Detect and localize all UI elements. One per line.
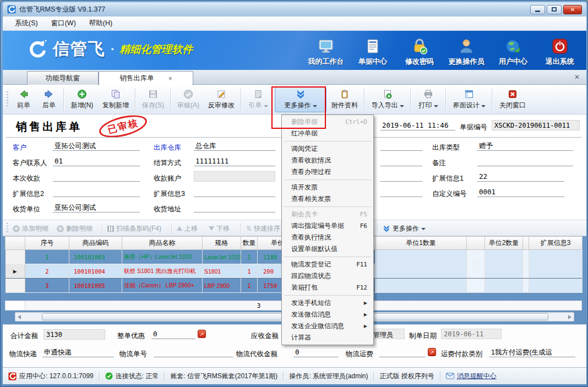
hidden-field-stub[interactable] [380,172,422,182]
menu-item-logistics-ship-register[interactable]: 物流发货登记F11 [282,259,373,270]
menu-item-swipe-member-card[interactable]: 刷会员卡F5 [282,209,373,220]
contact-field[interactable]: 01 [53,156,140,166]
menu-item-send-work-wechat[interactable]: 发送企业微信消息▶ [282,320,373,332]
remark-field[interactable] [477,156,573,166]
scroll-left-button[interactable] [16,314,23,320]
next-order-button[interactable]: 后单 [37,87,61,112]
print-button[interactable]: 打印 [413,87,443,112]
nav-change-password[interactable]: 修改密码 [400,35,439,67]
minimize-button[interactable] [530,5,545,14]
col-unit1-qty[interactable]: 单位1数量 [375,237,467,250]
close-icon: ✕ [570,7,575,13]
ext3-field[interactable] [194,187,275,197]
message-center-link[interactable]: 消息提醒中心 [446,372,497,381]
grid-more-actions-button[interactable]: 更多操作 [383,222,426,235]
prev-order-button[interactable]: 前单 [12,87,36,112]
address-field[interactable] [194,203,275,212]
nav-document-center[interactable]: 单据中心 [353,35,393,67]
settlement-field[interactable]: 11111111 [194,156,275,166]
ext1-label: 扩展信息1 [432,174,464,183]
receiver-field[interactable]: 亚拓公司测试 [53,203,140,212]
menu-system[interactable]: 系统(S) [8,17,45,30]
close-window-button[interactable]: 关闭窗口 [495,87,530,112]
app-center-icon [8,372,17,380]
menu-item-send-sms[interactable]: 发送手机短信▶ [282,297,373,309]
nav-my-workbench[interactable]: 我的工作台 [306,35,346,67]
menu-window[interactable]: 窗口(W) [45,17,83,30]
tab-sales-outbound[interactable]: 销售出库单 × [99,71,193,85]
tab-close-icon[interactable]: × [168,75,172,83]
more-actions-button[interactable]: 更多操作 [275,87,326,112]
menu-item-view-related-invoices[interactable]: 查看相关发票 [282,193,373,205]
hidden-field-stub[interactable] [380,187,422,197]
col-unit2-qty[interactable]: 单位2数量 [485,237,523,250]
menu-item-view-receipt-status[interactable]: 查看收款情况 [282,155,373,166]
audit-button[interactable]: 审核(A) [173,87,203,112]
col-gap [523,237,529,250]
menu-item-view-process[interactable]: 查看办理过程 [282,166,373,178]
menu-item-issue-invoice[interactable]: 填开发票 [282,182,373,193]
freight-action-icon[interactable]: ↗ [428,348,436,356]
tracking-field[interactable] [154,347,233,357]
nav-switch-operator[interactable]: 更换操作员 [447,35,486,67]
barcode-scan-button[interactable]: 扫描条形码(F4) [107,222,161,235]
scroll-right-button[interactable] [567,314,573,320]
col-spec[interactable]: 规格 [203,237,241,250]
close-button[interactable]: ✕ [563,5,582,14]
col-seq[interactable]: 序号 [25,237,69,250]
hidden-field-stub[interactable] [380,156,422,166]
move-up-button[interactable]: 上移 [177,222,198,235]
freight-field[interactable] [379,347,426,357]
menu-item-track-logistics[interactable]: 跟踪物流状态 [282,270,373,282]
maximize-button[interactable] [547,5,562,14]
tabbar-close-icon[interactable]: ✕ [574,73,580,81]
freight-type-field[interactable]: 1我方付运费(生成运 [489,347,575,357]
remove-detail-button[interactable]: ×删除明细 [57,222,92,235]
add-new-button[interactable]: 新增(N) [67,87,97,112]
tab-function-nav[interactable]: 功能导航窗 [27,71,99,85]
add-new-icon [77,89,87,99]
ui-design-button[interactable]: 界面设计 [449,87,489,112]
nav-exit-system[interactable]: 退出系统 [540,35,580,67]
total-amount-field: 3130 [43,329,105,340]
menu-help[interactable]: 帮助(H) [83,17,119,30]
menu-item-send-wechat[interactable]: 发送微信消息▶ [282,309,373,320]
title-bar[interactable]: 信管飞RMS专业版 V9.1.377 ✕ [3,2,586,17]
col-code[interactable]: 商品编码 [69,237,122,250]
menu-item-delete-order[interactable]: 删除单据Ctrl+D [282,116,373,128]
col-qty[interactable]: 数量 [241,237,258,250]
copy-new-button[interactable]: 复制新增 [99,87,133,112]
move-down-button[interactable]: 下移 [209,222,230,235]
cod-field[interactable]: 0 [293,347,339,357]
import-export-button[interactable]: 导入导出 [367,87,408,112]
menu-item-view-voucher[interactable]: 调阅凭证 [282,143,373,155]
discount-field[interactable]: 0 [151,329,195,339]
save-button[interactable]: 保存(S) [138,87,168,112]
warehouse-field[interactable]: 总仓库 [194,141,275,151]
attachment-button[interactable]: 附件资料 [328,87,362,112]
menu-item-set-order-defaults[interactable]: 设置单据默认值 [282,243,373,255]
express-field[interactable]: 申通快递 [42,347,114,357]
quick-sort-button[interactable]: ⇅快速排序 [246,222,287,235]
pull-order-button[interactable]: 引单 [244,87,273,112]
customer-field[interactable]: 亚拓公司测试 [53,141,140,151]
outbound-type-field[interactable]: 赠予 [477,141,573,151]
unaudit-edit-button[interactable]: 反审修改 [204,87,238,112]
date-field[interactable]: 2019-06-11 11:46 [380,121,455,130]
current-receipt-field[interactable] [53,172,140,182]
menu-item-load-order-by-number[interactable]: 调出指定编号单据F6 [282,220,373,232]
discount-action-icon[interactable]: ↗ [198,330,206,338]
col-ext3[interactable]: 扩展信息3 [529,237,582,250]
nav-user-center[interactable]: 用户中心 [493,35,533,67]
add-detail-button[interactable]: +添加明细 [13,222,48,235]
custom-no-field[interactable]: 0001 [477,187,564,197]
menu-item-view-execution[interactable]: 查看执行情况 [282,232,373,243]
menu-item-red-reverse-order[interactable]: 红冲单据 [282,128,373,139]
menu-item-calculator[interactable]: 计算器 [282,332,373,344]
ext2-field[interactable] [53,187,140,197]
ext1-field[interactable]: 22 [477,172,564,182]
col-name[interactable]: 商品名称 [122,237,203,250]
menu-item-packing[interactable]: 装箱打包F12 [282,282,373,293]
hidden-field-stub[interactable] [380,141,422,151]
summary-marker-cell [6,301,25,310]
